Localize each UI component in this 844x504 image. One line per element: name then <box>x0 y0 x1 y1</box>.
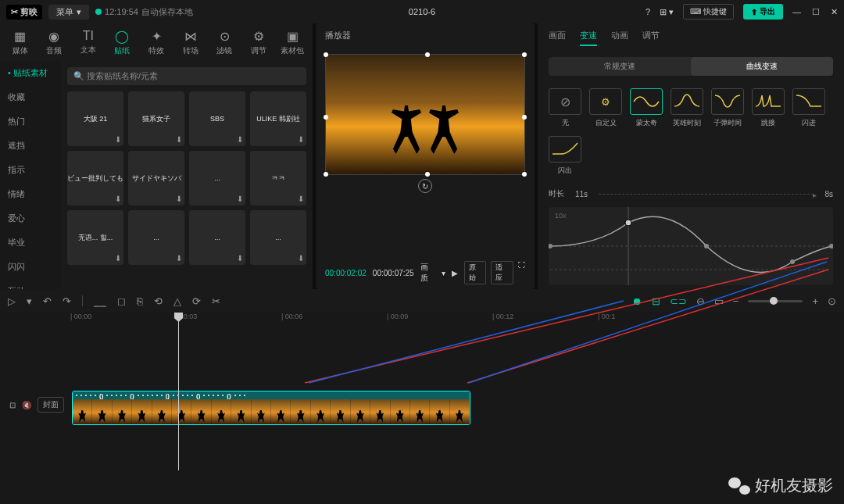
rotate-icon[interactable]: ⟳ <box>192 295 201 307</box>
undo-icon[interactable]: ↶ <box>43 295 52 307</box>
preset-子弹时间[interactable]: 子弹时间 <box>711 88 744 128</box>
preset-蒙太奇[interactable]: 蒙太奇 <box>630 88 663 128</box>
category-item[interactable]: 热门 <box>0 109 61 134</box>
zoom-in-icon[interactable]: + <box>812 295 818 307</box>
curve-editor[interactable]: 10x <box>549 207 833 285</box>
preview-viewport[interactable]: ↻ <box>325 54 525 175</box>
shortcuts-button[interactable]: ⌨ 快捷键 <box>683 4 734 20</box>
video-clip[interactable]: () () () () () <box>72 391 470 425</box>
magnet-icon[interactable]: ⊂⊃ <box>670 295 687 307</box>
asset-tab-素材包[interactable]: ▣素材包 <box>276 29 310 56</box>
asset-tab-调节[interactable]: ⚙调节 <box>241 29 276 56</box>
category-item[interactable]: 情绪 <box>0 182 61 206</box>
sticker-item[interactable]: 大阪 21⬇ <box>67 91 123 146</box>
zoom-fit-icon[interactable]: ⊙ <box>828 295 836 307</box>
cover-button[interactable]: 封面 <box>38 397 64 413</box>
fit-button[interactable]: 适应 <box>491 261 513 284</box>
layout-icon[interactable]: ⊞ ▾ <box>660 7 674 17</box>
mute-icon[interactable]: 🔇 <box>22 401 31 409</box>
category-item[interactable]: 收藏 <box>0 85 61 109</box>
asset-tab-滤镜[interactable]: ⊙滤镜 <box>207 29 241 56</box>
sticker-item[interactable]: ...⬇ <box>128 210 184 265</box>
sticker-item[interactable]: ...⬇ <box>250 210 306 265</box>
select-tool-icon[interactable]: ▷ <box>8 295 16 307</box>
property-tab-变速[interactable]: 变速 <box>580 30 597 46</box>
close-icon[interactable]: ✕ <box>831 7 838 17</box>
preset-自定义[interactable]: ⚙自定义 <box>589 88 622 128</box>
download-icon[interactable]: ⬇ <box>237 254 243 263</box>
reverse-icon[interactable]: ⟲ <box>154 295 163 307</box>
export-button[interactable]: ⬆ 导出 <box>743 4 783 20</box>
search-input[interactable]: 🔍 搜索贴纸名称/元素 <box>67 67 306 85</box>
mirror-icon[interactable]: △ <box>173 295 181 307</box>
sticker-item[interactable]: 猫系女子⬇ <box>128 91 184 146</box>
speed-subtab-曲线变速[interactable]: 曲线变速 <box>691 57 833 76</box>
quality-label[interactable]: 画质 <box>420 262 435 284</box>
category-item[interactable]: 毕业 <box>0 231 61 255</box>
category-item[interactable]: 爱心 <box>0 206 61 231</box>
link-icon[interactable]: ⊖ <box>696 295 705 307</box>
sticker-item[interactable]: ...⬇ <box>189 210 245 265</box>
preset-闪进[interactable]: 闪进 <box>792 88 825 128</box>
speed-subtab-常规变速[interactable]: 常规变速 <box>549 57 691 76</box>
help-icon[interactable]: ? <box>646 7 650 16</box>
download-icon[interactable]: ⬇ <box>298 254 304 263</box>
sticker-item[interactable]: ...⬇ <box>189 151 245 206</box>
download-icon[interactable]: ⬇ <box>115 135 121 144</box>
asset-tab-音频[interactable]: ◉音频 <box>38 29 72 56</box>
mic-icon[interactable]: ⏺ <box>632 295 642 307</box>
zoom-out-icon[interactable]: − <box>733 295 739 307</box>
download-icon[interactable]: ⬇ <box>237 195 243 203</box>
asset-tab-文本[interactable]: TI文本 <box>71 29 106 55</box>
time-ruler[interactable]: | 00:00| 00:03| 00:06| 00:09| 00:12| 00:… <box>0 313 844 331</box>
preset-无[interactable]: ⊘无 <box>549 88 581 128</box>
crop-icon[interactable]: ◻ <box>117 295 126 307</box>
sticker-item[interactable]: ㅋㅋ⬇ <box>250 151 306 206</box>
sticker-item[interactable]: ULIKE 韩剧社⬇ <box>250 91 306 146</box>
copy-icon[interactable]: ⎘ <box>137 295 143 307</box>
preset-闪出[interactable]: 闪出 <box>549 136 581 176</box>
fullscreen-icon[interactable]: ⛶ <box>518 261 525 284</box>
download-icon[interactable]: ⬇ <box>115 195 121 203</box>
category-item[interactable]: 互动 <box>0 279 61 289</box>
preview-icon[interactable]: ▭ <box>714 295 724 307</box>
snap-icon[interactable]: ⊟ <box>652 295 660 307</box>
lock-icon[interactable]: ⊡ <box>9 401 16 409</box>
preset-英雄时刻[interactable]: 英雄时刻 <box>671 88 703 128</box>
crop2-icon[interactable]: ✂ <box>212 295 220 307</box>
timeline[interactable]: | 00:00| 00:03| 00:06| 00:09| 00:12| 00:… <box>0 313 844 504</box>
category-item[interactable]: 指示 <box>0 158 61 182</box>
asset-tab-媒体[interactable]: ▦媒体 <box>3 29 38 56</box>
download-icon[interactable]: ⬇ <box>176 195 182 203</box>
minimize-icon[interactable]: — <box>792 7 801 17</box>
split-icon[interactable]: ⎯⎯ <box>94 295 106 307</box>
asset-tab-贴纸[interactable]: ◯贴纸 <box>106 29 140 56</box>
recycle-icon[interactable]: ↻ <box>418 179 432 193</box>
download-icon[interactable]: ⬇ <box>298 195 304 203</box>
original-button[interactable]: 原始 <box>464 261 487 284</box>
property-tab-画面[interactable]: 画面 <box>549 30 566 46</box>
zoom-slider[interactable] <box>748 300 803 302</box>
playhead[interactable] <box>178 314 179 470</box>
sticker-item[interactable]: ビュー批判しても⬇ <box>67 151 123 206</box>
asset-tab-转场[interactable]: ⋈转场 <box>173 29 208 56</box>
sticker-item[interactable]: 无语... 힐...⬇ <box>67 210 123 265</box>
category-item[interactable]: 闪闪 <box>0 255 61 279</box>
menu-button[interactable]: 菜单 ▾ <box>48 5 89 20</box>
category-item[interactable]: • 贴纸素材 <box>0 61 61 85</box>
maximize-icon[interactable]: ☐ <box>812 7 820 17</box>
sticker-item[interactable]: サイドヤキソバ⬇ <box>128 151 184 206</box>
download-icon[interactable]: ⬇ <box>115 254 121 263</box>
download-icon[interactable]: ⬇ <box>176 135 182 144</box>
download-icon[interactable]: ⬇ <box>298 135 304 144</box>
preset-跳接[interactable]: 跳接 <box>752 88 785 128</box>
property-tab-动画[interactable]: 动画 <box>611 30 628 46</box>
property-tab-调节[interactable]: 调节 <box>642 30 660 46</box>
category-item[interactable]: 遮挡 <box>0 134 61 158</box>
sticker-item[interactable]: SBS⬇ <box>189 91 245 146</box>
asset-tab-特效[interactable]: ✦特效 <box>139 29 173 56</box>
download-icon[interactable]: ⬇ <box>237 135 243 144</box>
download-icon[interactable]: ⬇ <box>176 254 182 263</box>
redo-icon[interactable]: ↷ <box>63 295 71 307</box>
play-button[interactable]: ▶ <box>452 269 458 277</box>
